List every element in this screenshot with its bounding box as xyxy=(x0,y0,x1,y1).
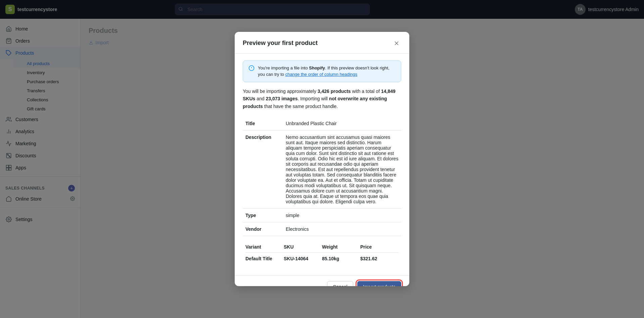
import-products-button[interactable]: Import products xyxy=(357,281,401,286)
preview-modal: Preview your first product You're import… xyxy=(235,32,409,286)
info-banner: You're importing a file into Shopify. If… xyxy=(243,60,401,82)
title-value: Unbranded Plastic Chair xyxy=(283,117,401,130)
title-label: Title xyxy=(243,117,283,130)
info-icon xyxy=(248,65,255,72)
product-detail-table: Title Unbranded Plastic Chair Descriptio… xyxy=(243,117,401,269)
variant-data-row: Default Title SKU-14064 85.10kg $321.62 xyxy=(245,253,399,265)
column-headings-link[interactable]: change the order of column headings xyxy=(285,72,358,77)
variant-section: Variant SKU Weight Price Default Title S… xyxy=(243,236,401,269)
modal-title: Preview your first product xyxy=(243,40,318,47)
sku-col-header: SKU xyxy=(284,244,322,250)
type-label: Type xyxy=(243,208,283,222)
import-summary: You will be importing approximately 3,42… xyxy=(243,88,401,110)
modal-body: You're importing a file into Shopify. If… xyxy=(235,54,409,275)
type-row: Type simple xyxy=(243,208,401,222)
price-col-header: Price xyxy=(360,244,399,250)
variant-price: $321.62 xyxy=(360,256,399,261)
cancel-button[interactable]: Cancel xyxy=(327,281,353,286)
description-label: Description xyxy=(243,130,283,208)
variant-name: Default Title xyxy=(245,256,284,261)
description-row: Description Nemo accusantium sint accusa… xyxy=(243,130,401,208)
vendor-value: Electronics xyxy=(283,222,401,236)
info-banner-text: You're importing a file into Shopify. If… xyxy=(258,65,396,78)
image-count: 23,073 images xyxy=(266,96,298,101)
vendor-row: Vendor Electronics xyxy=(243,222,401,236)
modal-close-button[interactable] xyxy=(392,39,401,48)
modal-overlay: Preview your first product You're import… xyxy=(0,0,644,318)
variant-col-header: Variant xyxy=(245,244,284,250)
type-value: simple xyxy=(283,208,401,222)
modal-footer: Cancel Import products xyxy=(235,275,409,286)
description-value: Nemo accusantium sint accusamus quasi ma… xyxy=(283,130,401,208)
shopify-brand: Shopify xyxy=(309,65,325,70)
vendor-label: Vendor xyxy=(243,222,283,236)
variant-weight: 85.10kg xyxy=(322,256,360,261)
variant-sku: SKU-14064 xyxy=(284,256,322,261)
title-row: Title Unbranded Plastic Chair xyxy=(243,117,401,130)
product-count: 3,426 products xyxy=(318,89,351,94)
weight-col-header: Weight xyxy=(322,244,360,250)
variant-header: Variant SKU Weight Price xyxy=(245,242,399,253)
modal-header: Preview your first product xyxy=(235,32,409,54)
